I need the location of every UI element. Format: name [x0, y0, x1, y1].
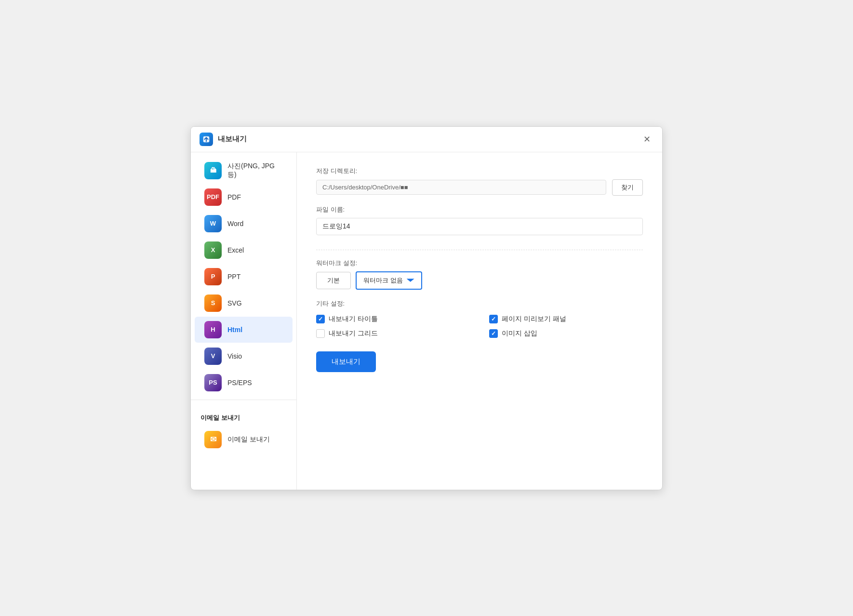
- label-photo: 사진(PNG, JPG 등): [227, 162, 283, 179]
- icon-html: H: [204, 321, 222, 338]
- export-dialog: 내보내기 ✕ 🏔 사진(PNG, JPG 등) PDF PDF W Word X: [190, 126, 663, 490]
- checkbox-label-export_grid: 내보내기 그리드: [329, 329, 378, 338]
- icon-svg: S: [204, 295, 222, 312]
- sidebar-item-html[interactable]: H Html: [195, 317, 293, 343]
- checkbox-label-insert_image: 이미지 삽입: [502, 329, 537, 338]
- checkbox-label-export_title: 내보내기 타이틀: [329, 315, 378, 323]
- checkbox-page_preview[interactable]: [489, 315, 498, 323]
- label-email: 이메일 보내기: [227, 435, 270, 444]
- label-word: Word: [227, 220, 243, 228]
- export-button[interactable]: 내보내기: [316, 351, 376, 372]
- filename-input[interactable]: [316, 218, 643, 235]
- icon-ppt: P: [204, 268, 222, 285]
- dialog-body: 🏔 사진(PNG, JPG 등) PDF PDF W Word X Excel …: [191, 152, 662, 490]
- checkbox-row-export_title: 내보내기 타이틀: [316, 315, 470, 323]
- dialog-title: 내보내기: [218, 134, 247, 144]
- directory-label: 저장 디렉토리:: [316, 167, 643, 175]
- checkbox-export_grid[interactable]: [316, 329, 325, 338]
- close-button[interactable]: ✕: [640, 133, 653, 146]
- directory-input[interactable]: [316, 180, 606, 195]
- sidebar-item-pdf[interactable]: PDF PDF: [195, 184, 293, 210]
- checkbox-label-page_preview: 페이지 미리보기 패널: [502, 315, 566, 323]
- checkbox-insert_image[interactable]: [489, 329, 498, 338]
- label-visio: Visio: [227, 352, 242, 360]
- sidebar-item-excel[interactable]: X Excel: [195, 237, 293, 263]
- checkboxes-grid: 내보내기 타이틀 페이지 미리보기 패널 내보내기 그리드 이미지 삽입: [316, 315, 643, 338]
- sidebar-export-section: 🏔 사진(PNG, JPG 등) PDF PDF W Word X Excel …: [191, 158, 296, 396]
- title-bar: 내보내기 ✕: [191, 127, 662, 152]
- browse-button[interactable]: 찾기: [612, 179, 643, 196]
- watermark-basic-button[interactable]: 기본: [316, 272, 351, 289]
- checkbox-row-export_grid: 내보내기 그리드: [316, 329, 470, 338]
- label-eps: PS/EPS: [227, 379, 252, 387]
- filename-label: 파일 이름:: [316, 205, 643, 214]
- app-icon: [200, 133, 213, 146]
- watermark-row: 기본 워터마크 없음: [316, 271, 643, 290]
- sidebar-item-visio[interactable]: V Visio: [195, 343, 293, 369]
- label-ppt: PPT: [227, 273, 240, 281]
- watermark-dropdown[interactable]: 워터마크 없음: [356, 271, 422, 290]
- checkbox-row-page_preview: 페이지 미리보기 패널: [489, 315, 643, 323]
- section-divider: [316, 250, 643, 250]
- other-settings-label: 기타 설정:: [316, 299, 643, 308]
- sidebar-divider: [191, 400, 296, 400]
- sidebar-item-svg[interactable]: S SVG: [195, 290, 293, 316]
- watermark-label: 워터마크 설정:: [316, 259, 643, 268]
- watermark-dropdown-value: 워터마크 없음: [363, 276, 403, 285]
- dropdown-arrow-icon: [407, 277, 414, 284]
- checkbox-export_title[interactable]: [316, 315, 325, 323]
- icon-email: ✉: [204, 431, 222, 448]
- label-html: Html: [227, 326, 242, 334]
- label-pdf: PDF: [227, 193, 241, 201]
- icon-excel: X: [204, 241, 222, 259]
- icon-photo: 🏔: [204, 162, 222, 179]
- checkbox-row-insert_image: 이미지 삽입: [489, 329, 643, 338]
- title-bar-left: 내보내기: [200, 133, 247, 146]
- sidebar-item-photo[interactable]: 🏔 사진(PNG, JPG 등): [195, 158, 293, 184]
- sidebar-item-ppt[interactable]: P PPT: [195, 264, 293, 290]
- email-section-label: 이메일 보내기: [191, 404, 296, 426]
- sidebar: 🏔 사진(PNG, JPG 등) PDF PDF W Word X Excel …: [191, 152, 297, 490]
- main-content: 저장 디렉토리: 찾기 파일 이름: 워터마크 설정: 기본 워터마크 없음 기…: [297, 152, 662, 490]
- icon-pdf: PDF: [204, 188, 222, 206]
- icon-eps: PS: [204, 374, 222, 391]
- sidebar-email-section: ✉ 이메일 보내기: [191, 427, 296, 453]
- icon-word: W: [204, 215, 222, 232]
- label-excel: Excel: [227, 246, 244, 254]
- sidebar-item-eps[interactable]: PS PS/EPS: [195, 370, 293, 396]
- label-svg: SVG: [227, 299, 242, 307]
- sidebar-item-word[interactable]: W Word: [195, 211, 293, 237]
- sidebar-item-email[interactable]: ✉ 이메일 보내기: [195, 427, 293, 453]
- directory-row: 찾기: [316, 179, 643, 196]
- icon-visio: V: [204, 348, 222, 365]
